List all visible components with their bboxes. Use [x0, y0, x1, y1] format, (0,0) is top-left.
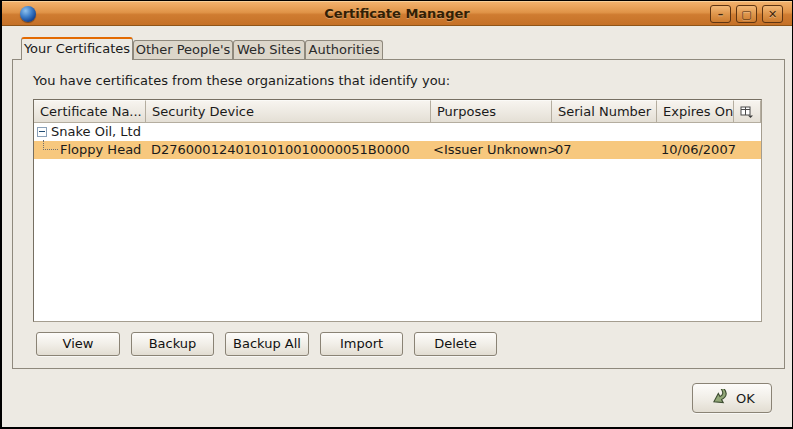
expires-on-cell: 10/06/2007 — [661, 142, 736, 157]
window-title: Certificate Manager — [2, 6, 792, 21]
tab-your-certificates[interactable]: Your Certificates — [21, 37, 133, 60]
minimize-icon[interactable]: – — [710, 5, 731, 23]
ok-arrow-icon — [709, 389, 731, 408]
import-button[interactable]: Import — [320, 332, 403, 356]
serial-number-cell: 07 — [555, 142, 572, 157]
view-button[interactable]: View — [36, 332, 120, 356]
column-picker-icon — [740, 106, 754, 118]
titlebar[interactable]: Certificate Manager – ▢ ✕ — [2, 1, 792, 26]
tab-other-peoples[interactable]: Other People's — [133, 40, 233, 59]
tree-branch-icon — [43, 140, 58, 150]
certificate-group-name: Snake Oil, Ltd — [51, 124, 141, 139]
maximize-icon[interactable]: ▢ — [736, 5, 757, 23]
table-row-certificate[interactable]: Floppy Head D2760001240101010010000051B0… — [34, 141, 761, 159]
ok-button-label: OK — [736, 391, 755, 406]
column-picker-button[interactable] — [734, 100, 761, 123]
backup-button[interactable]: Backup — [131, 332, 214, 356]
window-controls: – ▢ ✕ — [710, 5, 783, 23]
ok-button[interactable]: OK — [692, 383, 772, 413]
tab-web-sites[interactable]: Web Sites — [233, 40, 305, 59]
collapse-expander-icon[interactable] — [37, 127, 47, 137]
table-row-group[interactable]: Snake Oil, Ltd — [34, 123, 761, 141]
certificate-manager-window: Certificate Manager – ▢ ✕ Your Certifica… — [0, 0, 793, 429]
certificate-list: Certificate Na... Security Device Purpos… — [33, 99, 762, 322]
your-certificates-panel: You have certificates from these organiz… — [12, 59, 785, 369]
tab-authorities[interactable]: Authorities — [305, 40, 383, 59]
column-header-certificate-name[interactable]: Certificate Na... — [34, 100, 146, 123]
column-header-security-device[interactable]: Security Device — [146, 100, 431, 123]
list-header: Certificate Na... Security Device Purpos… — [34, 100, 761, 123]
column-header-purposes[interactable]: Purposes — [431, 100, 552, 123]
purposes-cell: <Issuer Unknown> — [433, 142, 558, 157]
close-icon[interactable]: ✕ — [762, 5, 783, 23]
panel-description: You have certificates from these organiz… — [33, 73, 450, 88]
backup-all-button[interactable]: Backup All — [225, 332, 309, 356]
security-device-cell: D2760001240101010010000051B0000 — [151, 142, 410, 157]
delete-button[interactable]: Delete — [414, 332, 497, 356]
column-header-expires-on[interactable]: Expires On — [657, 100, 734, 123]
certificate-name-cell: Floppy Head — [60, 142, 141, 157]
column-header-serial-number[interactable]: Serial Number — [552, 100, 657, 123]
